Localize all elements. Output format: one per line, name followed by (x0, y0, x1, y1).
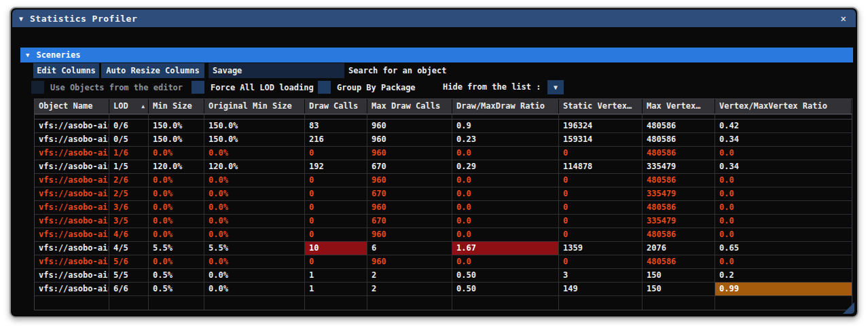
hide-from-list-dropdown[interactable]: ▼ (547, 80, 564, 94)
table-row[interactable]: vfs://asobo-air1/60.0%0.0%09600.00480586… (35, 147, 852, 160)
cell-vratio: 0.34 (715, 133, 852, 146)
table-row[interactable]: vfs://asobo-air6/60.5%0.0%120.501491500.… (35, 283, 852, 296)
cell-draw: 0 (305, 215, 367, 228)
cell-min: 0.0% (149, 174, 204, 187)
cell-svert: 0 (559, 228, 643, 241)
cell-lod: 6/6 (109, 283, 149, 295)
sort-ascending-icon: ▲ (141, 99, 145, 113)
force-lod-option: Force All LOD loading (192, 80, 314, 94)
cell-lod: 3/6 (109, 201, 149, 214)
collapse-arrow-icon[interactable]: ▼ (19, 15, 23, 22)
object-search-input[interactable] (209, 63, 344, 78)
cell-orig: 5.5% (204, 242, 305, 255)
cell-draw: 216 (305, 133, 367, 146)
table-row[interactable]: vfs://asobo-air3/60.0%0.0%09600.00480586… (35, 201, 852, 215)
resize-grip[interactable] (843, 302, 854, 314)
cell-vratio: 0.99 (715, 283, 852, 295)
column-header-maxdraw[interactable]: Max Draw Calls (367, 99, 452, 113)
table-row[interactable]: vfs://asobo-air1/5120.0%120.0%1926700.29… (35, 160, 852, 174)
column-header-min[interactable]: Min Size (149, 99, 204, 113)
column-header-orig[interactable]: Original Min Size (204, 99, 305, 113)
cell-orig: 0.0% (204, 201, 305, 214)
cell-draw: 0 (305, 187, 367, 200)
cell-dratio: 0.29 (452, 160, 559, 173)
cell-lod: 2/6 (109, 174, 149, 187)
cell-vratio: 0.0 (715, 147, 852, 160)
column-header-vratio[interactable]: Vertex/MaxVertex Ratio (715, 99, 852, 113)
column-header-dratio[interactable]: Draw/MaxDraw Ratio (452, 99, 559, 113)
cell-orig: 0.0% (204, 269, 305, 282)
cell-name: vfs://asobo-air (35, 283, 109, 295)
table-row[interactable]: vfs://asobo-air0/5150.0%150.0%2169600.23… (35, 133, 852, 147)
cell-mvert: 480586 (643, 255, 715, 268)
sceneries-panel-header[interactable]: ▼ Sceneries (20, 48, 853, 62)
group-by-package-checkbox[interactable] (318, 81, 331, 94)
cell-draw: 83 (305, 120, 367, 132)
cell-draw: 0 (305, 255, 367, 268)
column-header-draw[interactable]: Draw Calls (305, 99, 367, 113)
cell-lod: 4/6 (109, 228, 149, 241)
cell-maxdraw: 6 (367, 242, 452, 255)
cell-vratio: 0.42 (715, 120, 852, 132)
cell-name: vfs://asobo-air (35, 255, 109, 268)
cell-mvert: 2076 (643, 242, 715, 255)
cell-dratio: 0.50 (452, 283, 559, 295)
cell-min: 0.0% (149, 228, 204, 241)
cell-name: vfs://asobo-air (35, 228, 109, 241)
table-row[interactable]: vfs://asobo-air5/50.5%0.0%120.5031500.2 (35, 269, 852, 283)
cell-svert: 0 (559, 201, 643, 214)
cell-name: vfs://asobo-air (35, 147, 109, 160)
cell-svert: 1359 (559, 242, 643, 255)
cell-mvert: 480586 (643, 228, 715, 241)
cell-mvert: 335479 (643, 187, 715, 200)
cell-dratio: 0.0 (452, 215, 559, 228)
cell-min: 0.0% (149, 187, 204, 200)
table-row[interactable]: vfs://asobo-air5/60.0%0.0%09600.00480586… (35, 255, 852, 269)
close-icon[interactable]: ✕ (838, 13, 849, 24)
column-header-name[interactable]: Object Name (35, 99, 109, 113)
cell-maxdraw: 960 (367, 228, 452, 241)
cell-mvert: 335479 (643, 160, 715, 173)
cell-dratio: 0.9 (452, 120, 559, 132)
cell-min: 0.5% (149, 283, 204, 295)
column-header-lod[interactable]: LOD▲ (109, 99, 149, 113)
cell-dratio: 0.50 (452, 269, 559, 282)
stats-table: Object NameLOD▲Min SizeOriginal Min Size… (34, 98, 852, 310)
cell-orig: 0.0% (204, 283, 305, 295)
cell-maxdraw: 960 (367, 201, 452, 214)
cell-min: 150.0% (149, 133, 204, 146)
force-lod-checkbox[interactable] (192, 81, 204, 94)
cell-draw: 0 (305, 147, 367, 160)
options-row: Use Objects from the editor Force All LO… (11, 80, 857, 94)
cell-svert: 0 (559, 174, 643, 187)
column-header-mvert[interactable]: Max Vertex… (643, 99, 715, 113)
use-objects-checkbox[interactable] (31, 81, 44, 94)
collapse-arrow-icon[interactable]: ▼ (26, 52, 29, 58)
table-header-row: Object NameLOD▲Min SizeOriginal Min Size… (35, 99, 852, 114)
hide-from-list-label: Hide from the list : (443, 80, 541, 94)
cell-name: vfs://asobo-air (35, 133, 109, 146)
cell-name: vfs://asobo-air (35, 269, 109, 282)
cell-orig: 0.0% (204, 147, 305, 160)
table-row[interactable]: vfs://asobo-air4/55.5%5.5%1061.671359207… (35, 242, 852, 255)
cell-draw: 10 (305, 242, 367, 255)
cell-dratio: 0.0 (452, 201, 559, 214)
cell-name: vfs://asobo-air (35, 160, 109, 173)
cell-min: 0.0% (149, 255, 204, 268)
column-header-svert[interactable]: Static Vertex… (559, 99, 643, 113)
cell-vratio: 0.0 (715, 187, 852, 200)
cell-vratio: 0.2 (715, 269, 852, 282)
cell-dratio: 0.0 (452, 174, 559, 187)
table-row[interactable]: vfs://asobo-air4/60.0%0.0%09600.00480586… (35, 228, 852, 242)
table-row[interactable]: vfs://asobo-air0/6150.0%150.0%839600.919… (35, 120, 852, 133)
table-empty-row (35, 296, 852, 310)
group-by-package-label: Group By Package (337, 83, 416, 92)
table-row[interactable]: vfs://asobo-air2/60.0%0.0%09600.00480586… (35, 174, 852, 187)
cell-mvert: 480586 (643, 201, 715, 214)
auto-resize-columns-button[interactable]: Auto Resize Columns (101, 63, 204, 78)
table-row[interactable]: vfs://asobo-air3/50.0%0.0%06700.00335479… (35, 215, 852, 228)
window-titlebar[interactable]: ▼ Statistics Profiler ✕ (12, 10, 856, 27)
edit-columns-button[interactable]: Edit Columns (33, 63, 99, 78)
cell-vratio: 0.0 (715, 215, 852, 228)
table-row[interactable]: vfs://asobo-air2/50.0%0.0%06700.00335479… (35, 187, 852, 201)
